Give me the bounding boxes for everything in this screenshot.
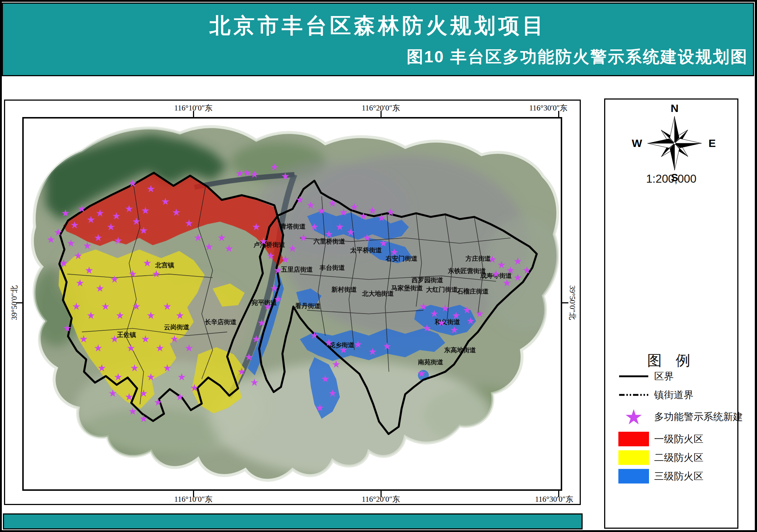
town-label: 花乡街道 xyxy=(329,342,355,349)
yellow-swatch xyxy=(618,450,649,465)
legend-item-fire-zone-2: 二级防火区 xyxy=(605,449,737,466)
town-label: 南苑街道 xyxy=(418,359,444,366)
page-border-right xyxy=(755,0,757,532)
town-label: 东高地街道 xyxy=(444,346,476,354)
header-banner: 北京市丰台区森林防火规划项目 图10 丰台区多功能防火警示系统建设规划图 xyxy=(2,3,754,76)
legend-label: 二级防火区 xyxy=(654,451,703,464)
legend-item-town-boundary: 镇街道界 xyxy=(605,387,737,403)
solid-line-symbol xyxy=(618,368,649,385)
legend-label: 三级防火区 xyxy=(654,470,703,483)
town-label: 大红门街道 xyxy=(426,286,458,293)
town-label: 卢沟桥街道 xyxy=(253,241,286,248)
town-label: 云岗街道 xyxy=(164,324,189,331)
town-label: 马家堡街道 xyxy=(391,284,423,292)
legend-label: 镇街道界 xyxy=(654,388,694,401)
blue-swatch xyxy=(618,469,649,484)
town-label: 六里桥街道 xyxy=(313,238,345,245)
tick-right xyxy=(561,302,568,303)
star-icon xyxy=(618,408,649,425)
page-border-top xyxy=(0,0,757,2)
satellite-map: 北宫镇青塔街道卢沟桥街道六里桥街道太平桥街道右安门街道五里店街道丰台街道新村街道… xyxy=(24,119,561,489)
compass-n-label: N xyxy=(671,103,679,114)
coord-label-top-3: 116°30′0″东 xyxy=(529,103,568,113)
town-label: 长辛店街道 xyxy=(204,318,237,326)
coord-label-right: 39°50′0″北 xyxy=(567,285,578,320)
town-label: 五里店街道 xyxy=(281,266,313,273)
bottom-banner xyxy=(3,513,583,529)
tick-bottom-2 xyxy=(381,490,382,497)
legend-label: 多功能警示系统新建 xyxy=(654,410,743,423)
legend-title: 图 例 xyxy=(605,350,737,370)
map-canvas-frame: 北宫镇青塔街道卢沟桥街道六里桥街道太平桥街道右安门街道五里店街道丰台街道新村街道… xyxy=(22,117,562,491)
dash-dot-line-symbol xyxy=(618,387,649,403)
town-label: 王佐镇 xyxy=(117,331,136,338)
town-label: 太平桥街道 xyxy=(350,247,382,254)
map-sheet: 北京市丰台区森林防火规划项目 图10 丰台区多功能防火警示系统建设规划图 116… xyxy=(0,0,757,532)
compass-rose: N S W E xyxy=(616,103,733,183)
side-panel: N S W E 1:200,000 图 例 区界 镇街道界 多功能警示系统新建 … xyxy=(604,98,738,529)
legend-item-district-boundary: 区界 xyxy=(605,368,737,385)
town-label: 青塔街道 xyxy=(280,223,306,230)
compass-e-label: E xyxy=(708,137,716,149)
legend-label: 区界 xyxy=(654,370,674,383)
town-label: 新村街道 xyxy=(331,286,357,293)
town-label: 石榴庄街道 xyxy=(456,288,489,295)
coord-label-bottom-3: 116°30′0″东 xyxy=(535,494,573,504)
legend-item-warning-system: 多功能警示系统新建 xyxy=(605,408,737,425)
town-label: 方庄街道 xyxy=(465,255,491,262)
red-swatch xyxy=(618,432,649,446)
page-border-bottom xyxy=(0,530,757,532)
page-title: 北京市丰台区森林防火规划项目 xyxy=(3,12,753,40)
town-label: 西罗园街道 xyxy=(411,277,444,284)
map-scale: 1:200,000 xyxy=(605,172,737,186)
legend-item-fire-zone-3: 三级防火区 xyxy=(605,468,737,485)
compass-w-label: W xyxy=(632,137,642,149)
town-label: 北宫镇 xyxy=(155,261,174,269)
tick-bottom-3 xyxy=(558,490,559,497)
compass-center xyxy=(673,142,676,145)
legend-label: 一级防火区 xyxy=(654,432,703,446)
town-label: 丰台街道 xyxy=(320,264,345,271)
tick-bottom-1 xyxy=(193,490,194,497)
town-label: 右安门街道 xyxy=(385,255,418,262)
town-label: 看丹街道 xyxy=(295,302,321,310)
town-label: 北大地街道 xyxy=(362,290,394,297)
map-frame: 116°10′0″东 116°20′0″东 116°30′0″东 116°10′… xyxy=(4,100,581,505)
page-border-left xyxy=(0,0,2,532)
legend-item-fire-zone-1: 一级防火区 xyxy=(605,431,737,447)
town-label: 宛平街道 xyxy=(251,299,277,306)
page-subtitle: 图10 丰台区多功能防火警示系统建设规划图 xyxy=(3,46,753,68)
